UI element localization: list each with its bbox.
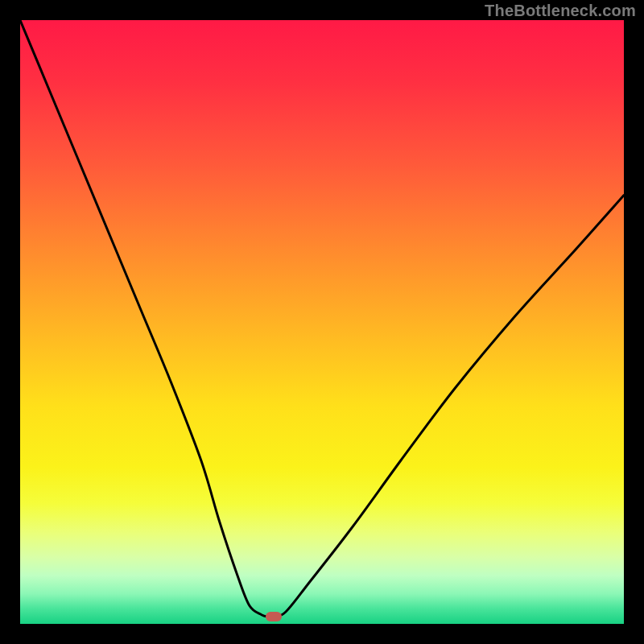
minimum-marker-icon [266,612,282,621]
bottleneck-curve [20,20,624,624]
plot-area [20,20,624,624]
watermark-text: TheBottleneck.com [485,2,636,20]
chart-frame: TheBottleneck.com [0,0,644,644]
